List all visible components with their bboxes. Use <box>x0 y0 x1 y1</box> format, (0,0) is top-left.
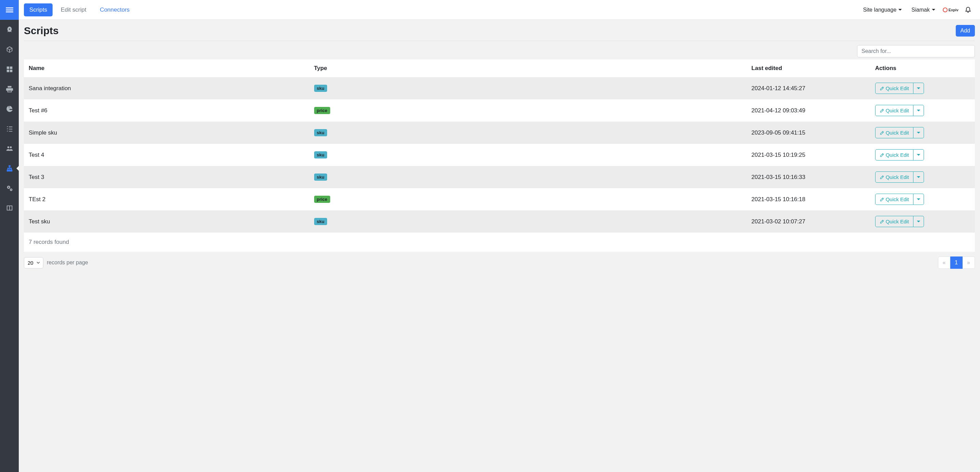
svg-rect-2 <box>6 12 13 13</box>
bell-icon <box>965 6 972 13</box>
type-badge: sku <box>314 174 327 181</box>
quick-edit-button[interactable]: Quick Edit <box>875 105 913 116</box>
chevron-down-icon <box>917 88 920 89</box>
quick-edit-button[interactable]: Quick Edit <box>875 194 913 205</box>
type-badge: sku <box>314 85 327 92</box>
quick-edit-dropdown[interactable] <box>913 83 924 94</box>
cell-last-edited: 2021-03-02 10:07:27 <box>747 210 870 233</box>
sidebar-toggle-button[interactable] <box>0 0 19 20</box>
checklist-icon <box>6 125 13 132</box>
edit-icon <box>880 131 885 135</box>
edit-icon <box>880 197 885 202</box>
table-row: Test 4sku2021-03-15 10:19:25Quick Edit <box>24 144 975 166</box>
column-header-name[interactable]: Name <box>24 59 309 77</box>
quick-edit-dropdown[interactable] <box>913 194 924 205</box>
cell-name: TEst 2 <box>24 188 309 210</box>
topbar: Scripts Edit script Connectors Site lang… <box>19 0 980 20</box>
cell-actions: Quick Edit <box>870 166 975 188</box>
type-badge: price <box>314 107 330 114</box>
chevron-down-icon <box>898 9 902 11</box>
cell-name: Test sku <box>24 210 309 233</box>
sitemap-icon <box>6 164 13 172</box>
table-row: Sana integrationsku2024-01-12 14:45:27Qu… <box>24 77 975 99</box>
sidebar-item-dashboard[interactable] <box>0 20 19 40</box>
sidebar-item-tasks[interactable] <box>0 119 19 139</box>
sidebar-item-users[interactable] <box>0 139 19 158</box>
per-page-select[interactable]: 20 <box>24 257 43 268</box>
pagination-page-1[interactable]: 1 <box>950 257 963 269</box>
gears-icon <box>6 185 13 192</box>
sidebar-item-integrations[interactable] <box>0 158 19 178</box>
sidebar-item-reports[interactable] <box>0 99 19 119</box>
cell-actions: Quick Edit <box>870 144 975 166</box>
notifications-button[interactable] <box>961 6 975 14</box>
quick-edit-dropdown[interactable] <box>913 149 924 161</box>
pagination: « 1 » <box>938 257 975 269</box>
cell-last-edited: 2021-03-15 10:16:33 <box>747 166 870 188</box>
sidebar-item-settings[interactable] <box>0 178 19 198</box>
per-page-label: records per page <box>47 260 88 266</box>
columns-icon <box>6 204 13 212</box>
scripts-table: Name Type Last edited Actions Sana integ… <box>24 59 975 233</box>
user-menu[interactable]: Siamak <box>907 7 940 13</box>
cell-actions: Quick Edit <box>870 77 975 99</box>
table-row: Test #6price2021-04-12 09:03:49Quick Edi… <box>24 99 975 121</box>
records-found: 7 records found <box>24 233 975 252</box>
cell-last-edited: 2021-04-12 09:03:49 <box>747 99 870 121</box>
tab-scripts[interactable]: Scripts <box>24 3 52 16</box>
quick-edit-label: Quick Edit <box>886 108 909 113</box>
chevron-down-icon <box>917 221 920 222</box>
quick-edit-button[interactable]: Quick Edit <box>875 83 913 94</box>
grid-icon <box>6 65 13 73</box>
quick-edit-button[interactable]: Quick Edit <box>875 171 913 183</box>
quick-edit-button[interactable]: Quick Edit <box>875 127 913 138</box>
sidebar <box>0 0 19 472</box>
users-icon <box>6 145 13 152</box>
chevron-down-icon <box>932 9 935 11</box>
svg-rect-0 <box>6 8 13 8</box>
svg-rect-1 <box>6 10 13 11</box>
quick-edit-label: Quick Edit <box>886 196 909 202</box>
type-badge: sku <box>314 218 327 225</box>
user-name: Siamak <box>912 7 929 13</box>
cube-icon <box>6 46 13 53</box>
site-language-dropdown[interactable]: Site language <box>858 7 907 13</box>
quick-edit-label: Quick Edit <box>886 152 909 158</box>
brand-logo: Expiv <box>940 8 961 12</box>
cell-name: Test 3 <box>24 166 309 188</box>
cell-actions: Quick Edit <box>870 210 975 233</box>
pagination-next[interactable]: » <box>963 257 975 269</box>
quick-edit-dropdown[interactable] <box>913 171 924 183</box>
sidebar-item-orders[interactable] <box>0 59 19 79</box>
add-button[interactable]: Add <box>956 25 975 37</box>
brand-circle-icon <box>943 8 948 12</box>
quick-edit-dropdown[interactable] <box>913 105 924 116</box>
page-title: Scripts <box>24 25 59 37</box>
quick-edit-dropdown[interactable] <box>913 216 924 227</box>
sidebar-item-products[interactable] <box>0 40 19 59</box>
cell-type: sku <box>309 77 747 99</box>
chevron-down-icon <box>917 176 920 178</box>
edit-icon <box>880 153 885 158</box>
type-badge: sku <box>314 151 327 158</box>
chevron-down-icon <box>917 110 920 112</box>
quick-edit-dropdown[interactable] <box>913 127 924 138</box>
type-badge: sku <box>314 129 327 136</box>
quick-edit-label: Quick Edit <box>886 85 909 91</box>
quick-edit-button[interactable]: Quick Edit <box>875 216 913 227</box>
search-input[interactable] <box>857 45 975 57</box>
sidebar-item-layout[interactable] <box>0 198 19 218</box>
chevron-down-icon <box>917 132 920 134</box>
site-language-label: Site language <box>863 7 896 13</box>
quick-edit-button[interactable]: Quick Edit <box>875 149 913 161</box>
tab-connectors[interactable]: Connectors <box>95 3 135 16</box>
pagination-prev[interactable]: « <box>938 257 950 269</box>
quick-edit-label: Quick Edit <box>886 218 909 224</box>
sidebar-item-print[interactable] <box>0 79 19 99</box>
cell-last-edited: 2021-03-15 10:19:25 <box>747 144 870 166</box>
table-row: Test skusku2021-03-02 10:07:27Quick Edit <box>24 210 975 233</box>
column-header-type[interactable]: Type <box>309 59 747 77</box>
column-header-last-edited[interactable]: Last edited <box>747 59 870 77</box>
tab-edit-script[interactable]: Edit script <box>55 3 92 16</box>
cell-last-edited: 2021-03-15 10:16:18 <box>747 188 870 210</box>
